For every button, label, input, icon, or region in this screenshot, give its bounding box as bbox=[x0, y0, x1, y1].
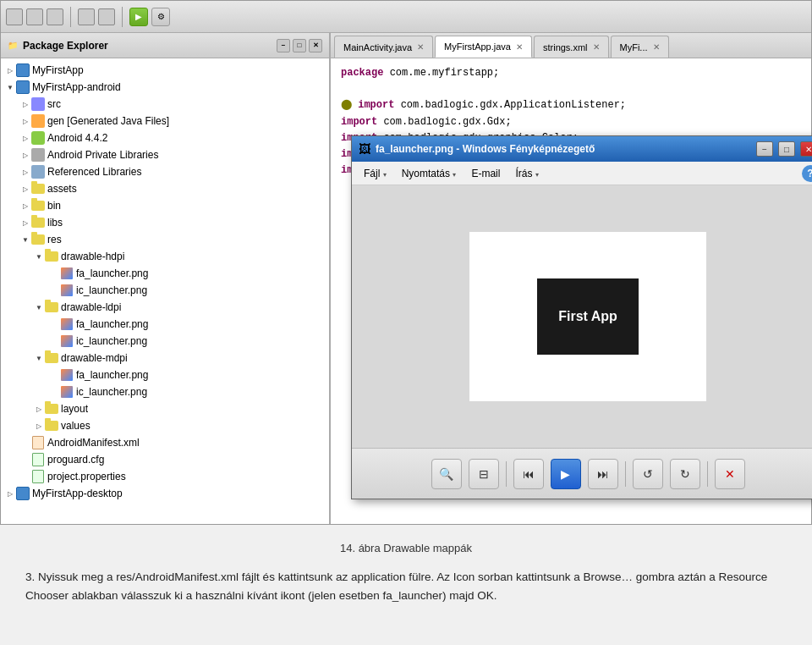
maximize-panel-btn[interactable]: □ bbox=[293, 39, 306, 52]
delete-icon: ✕ bbox=[725, 467, 735, 481]
tree-item-fa-hdpi[interactable]: ▷ fa_launcher.png bbox=[1, 265, 329, 282]
keyword-import1: import bbox=[358, 99, 394, 111]
tree-item-libs[interactable]: ▷ libs bbox=[1, 214, 329, 231]
tree-item-desktop[interactable]: ▷ MyFirstApp-desktop bbox=[1, 485, 329, 502]
assets-folder-icon bbox=[31, 182, 45, 196]
tree-item-bin[interactable]: ▷ bin bbox=[1, 197, 329, 214]
minimize-panel-btn[interactable]: − bbox=[277, 39, 290, 52]
tree-item-ic-mdpi[interactable]: ▷ ic_launcher.png bbox=[1, 383, 329, 400]
editor-tabs: MainActivity.java ✕ MyFirstApp.java ✕ st… bbox=[331, 33, 811, 58]
private-icon bbox=[31, 148, 45, 162]
menu-write[interactable]: Írás ▾ bbox=[508, 165, 545, 182]
tree-label-ic-hdpi: ic_launcher.png bbox=[76, 284, 147, 296]
tree-item-private[interactable]: ▷ Android Private Libraries bbox=[1, 146, 329, 163]
tree-item-myfirstapp-android[interactable]: ▼ MyFirstApp-android bbox=[1, 79, 329, 96]
ldpi-folder-icon bbox=[45, 300, 58, 314]
expand-arrow-desktop: ▷ bbox=[4, 488, 16, 499]
import-circle-1: ⬤ bbox=[341, 99, 352, 111]
tab-close-mainactivity[interactable]: ✕ bbox=[417, 42, 424, 52]
tree-item-res[interactable]: ▼ res bbox=[1, 231, 329, 248]
play-btn[interactable]: ▶ bbox=[551, 459, 581, 489]
mdpi-folder-icon bbox=[45, 351, 58, 365]
tab-strings[interactable]: strings.xml ✕ bbox=[534, 36, 609, 58]
menu-file[interactable]: Fájl ▾ bbox=[357, 165, 393, 182]
toolbar-run-btn[interactable]: ▶ bbox=[129, 8, 148, 26]
menu-file-arrow: ▾ bbox=[383, 171, 387, 179]
close-btn[interactable]: ✕ bbox=[800, 141, 812, 157]
tab-myfirstapp[interactable]: MyFirstApp.java ✕ bbox=[435, 36, 532, 58]
tree-item-values[interactable]: ▷ values bbox=[1, 417, 329, 434]
keyword-import2: import bbox=[341, 116, 377, 128]
tree-label-ic-ldpi: ic_launcher.png bbox=[76, 335, 147, 347]
tree-item-myfirstapp[interactable]: ▷ MyFirstApp bbox=[1, 62, 329, 79]
hdpi-folder-icon bbox=[45, 250, 58, 263]
restore-btn[interactable]: □ bbox=[778, 141, 795, 157]
tab-mainactivity[interactable]: MainActivity.java ✕ bbox=[334, 36, 433, 58]
tree-item-gen[interactable]: ▷ gen [Generated Java Files] bbox=[1, 113, 329, 130]
tree-item-fa-mdpi[interactable]: ▷ fa_launcher.png bbox=[1, 367, 329, 383]
rotate-right-btn[interactable]: ↻ bbox=[670, 459, 700, 489]
prev-btn[interactable]: ⏮ bbox=[513, 459, 544, 489]
tree-label-private: Android Private Libraries bbox=[47, 149, 158, 161]
tree-item-proguard[interactable]: ▷ proguard.cfg bbox=[1, 451, 329, 468]
tree-label-ic-mdpi: ic_launcher.png bbox=[76, 386, 147, 398]
next-btn[interactable]: ⏭ bbox=[588, 459, 618, 489]
play-icon: ▶ bbox=[561, 467, 570, 481]
tree-item-projectprop[interactable]: ▷ project.properties bbox=[1, 468, 329, 485]
explorer-icon: 📁 bbox=[8, 41, 18, 50]
tree-label-libs: libs bbox=[47, 217, 63, 229]
toolbar-sep-2 bbox=[625, 461, 626, 487]
body-paragraph: 3. Nyissuk meg a res/AndroidManifest.xml… bbox=[25, 568, 787, 604]
expand-arrow: ▷ bbox=[4, 64, 16, 76]
zoom-out-btn[interactable]: ⊟ bbox=[469, 459, 499, 489]
toolbar-debug-btn[interactable]: ⚙ bbox=[151, 8, 170, 26]
photo-viewer-image-area: First App bbox=[352, 185, 812, 448]
first-app-label: First App bbox=[558, 309, 617, 324]
rotate-left-btn[interactable]: ↺ bbox=[633, 459, 663, 489]
menu-email[interactable]: E-mail bbox=[464, 165, 507, 182]
tab-close-strings[interactable]: ✕ bbox=[593, 42, 600, 52]
tree-item-drawable-ldpi[interactable]: ▼ drawable-ldpi bbox=[1, 299, 329, 316]
expand-arrow-libs: ▷ bbox=[19, 217, 31, 229]
tree-item-manifest[interactable]: ▷ AndroidManifest.xml bbox=[1, 434, 329, 451]
tree-item-layout[interactable]: ▷ layout bbox=[1, 400, 329, 417]
tab-close-myfirstapp[interactable]: ✕ bbox=[516, 42, 523, 52]
project-icon bbox=[16, 63, 30, 77]
expand-arrow-private: ▷ bbox=[19, 149, 31, 161]
zoom-out-icon: ⊟ bbox=[479, 467, 489, 481]
res-folder-icon bbox=[31, 233, 45, 246]
tree-label-manifest: AndroidManifest.xml bbox=[47, 437, 140, 449]
rotate-left-icon: ↺ bbox=[643, 467, 653, 481]
tree-item-ic-hdpi[interactable]: ▷ ic_launcher.png bbox=[1, 282, 329, 299]
menu-print[interactable]: Nyomtatás ▾ bbox=[395, 165, 464, 182]
code-line-1: package com.me.myfirstapp; bbox=[341, 65, 801, 81]
tree-item-ic-ldpi[interactable]: ▷ ic_launcher.png bbox=[1, 333, 329, 350]
manifest-icon bbox=[31, 436, 45, 449]
help-btn[interactable]: ? bbox=[802, 165, 812, 182]
tree-label-fa-ldpi: fa_launcher.png bbox=[76, 318, 148, 330]
tree-label-desktop: MyFirstApp-desktop bbox=[32, 488, 123, 499]
code-import2: com.badlogic.gdx.Gdx; bbox=[383, 116, 511, 128]
tab-myfi[interactable]: MyFi... ✕ bbox=[611, 36, 669, 58]
photo-viewer-menubar: Fájl ▾ Nyomtatás ▾ E-mail Írás ▾ ? bbox=[352, 162, 812, 185]
tree-item-assets[interactable]: ▷ assets bbox=[1, 180, 329, 197]
minimize-btn[interactable]: − bbox=[756, 141, 773, 157]
zoom-in-icon: 🔍 bbox=[439, 467, 453, 481]
delete-btn[interactable]: ✕ bbox=[715, 459, 745, 489]
tree-item-drawable-mdpi[interactable]: ▼ drawable-mdpi bbox=[1, 350, 329, 367]
tab-label-strings: strings.xml bbox=[543, 42, 588, 52]
tree-item-drawable-hdpi[interactable]: ▼ drawable-hdpi bbox=[1, 248, 329, 265]
tree-item-referenced[interactable]: ▷ Referenced Libraries bbox=[1, 163, 329, 180]
tree-item-src[interactable]: ▷ src bbox=[1, 96, 329, 113]
package-explorer-header: 📁 Package Explorer − □ ✕ bbox=[1, 33, 329, 58]
tree-item-android442[interactable]: ▷ Android 4.4.2 bbox=[1, 130, 329, 146]
toolbar-icon-2 bbox=[26, 8, 43, 25]
expand-arrow-android: ▼ bbox=[4, 81, 16, 93]
menu-print-arrow: ▾ bbox=[453, 171, 456, 179]
tab-close-myfi[interactable]: ✕ bbox=[653, 42, 660, 52]
close-panel-btn[interactable]: ✕ bbox=[309, 39, 322, 52]
zoom-in-btn[interactable]: 🔍 bbox=[431, 459, 462, 489]
prev-icon: ⏮ bbox=[523, 467, 535, 481]
ide-toolbar: ▶ ⚙ bbox=[1, 1, 811, 33]
tree-item-fa-ldpi[interactable]: ▷ fa_launcher.png bbox=[1, 316, 329, 333]
